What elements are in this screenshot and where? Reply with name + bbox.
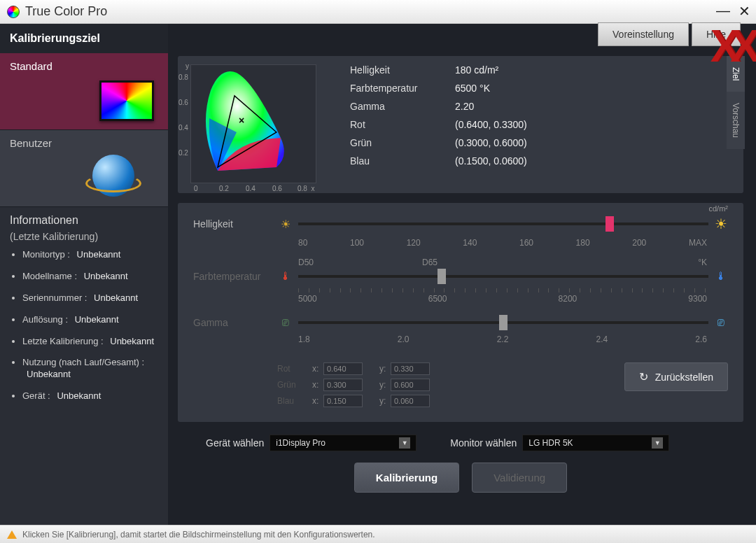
tick-label: 8200	[559, 294, 578, 304]
rgb-y-input[interactable]	[391, 362, 430, 375]
monitor-select[interactable]: LG HDR 5K ▼	[522, 435, 669, 451]
brightness-slider[interactable]	[298, 223, 708, 225]
info-subtitle: (Letzte Kalibrierung)	[10, 231, 158, 242]
rgb-row: Grünx:y:	[277, 379, 447, 391]
tick-label: 140	[463, 238, 477, 248]
target-values: Helligkeit180 cd/m²Farbtemperatur6500 °K…	[350, 64, 527, 183]
tick-label: 180	[576, 238, 590, 248]
sliders-bright-icon: ⎚	[714, 316, 728, 329]
colortemp-handle[interactable]	[438, 269, 446, 284]
target-value: 6500 °K	[455, 83, 490, 94]
sun-dim-icon: ☀	[279, 218, 293, 231]
tick-label: 5000	[298, 294, 317, 304]
minimize-icon[interactable]: —	[716, 3, 730, 20]
validate-button[interactable]: Validierung	[472, 463, 567, 493]
app-title: True Color Pro	[25, 4, 107, 19]
brightness-unit: cd/m²	[709, 204, 729, 213]
thermometer-cool-icon: 🌡	[714, 270, 728, 283]
info-item: Gerät : Unbekannt	[22, 390, 158, 402]
rgb-channel: Grün	[277, 380, 312, 390]
main-panel: XX Voreinstellung Hilfe	[168, 24, 756, 525]
tab-vorschau[interactable]: Vorschau	[727, 92, 745, 149]
reset-button[interactable]: ↻ Zurückstellen	[624, 362, 728, 391]
reset-icon: ↻	[639, 370, 648, 383]
info-value: Unbekannt	[94, 292, 138, 303]
info-value: Unbekannt	[110, 336, 154, 346]
app-icon	[7, 6, 20, 18]
sidebar-header: Kalibrierungsziel	[0, 24, 168, 53]
preset-button[interactable]: Voreinstellung	[598, 22, 689, 46]
sidebar-card-label: Standard	[10, 60, 52, 72]
target-row: Helligkeit180 cd/m²	[350, 64, 527, 76]
gamma-handle[interactable]	[499, 315, 507, 330]
info-value: Unbekannt	[75, 314, 119, 325]
monitor-select-label: Monitor wählen	[450, 437, 517, 449]
chevron-down-icon: ▼	[399, 437, 410, 449]
rgb-x-input[interactable]	[323, 362, 363, 375]
colortemp-slider[interactable]	[298, 275, 708, 278]
rgb-x-input[interactable]	[323, 395, 363, 407]
thermometer-warm-icon: 🌡	[279, 270, 293, 283]
sidebar-card-user[interactable]: Benutzer	[0, 130, 168, 207]
target-label: Helligkeit	[350, 64, 455, 76]
info-value: Unbekannt	[84, 271, 128, 281]
info-label: Seriennummer :	[22, 292, 87, 303]
info-title: Informationen	[10, 214, 158, 227]
target-row: Farbtemperatur6500 °K	[350, 83, 527, 94]
target-value: 2.20	[455, 101, 474, 112]
info-label: Nutzung (nach Lauf/Gesamt) :	[22, 357, 144, 367]
tick-label: 2.4	[596, 334, 608, 344]
device-select-value: i1Display Pro	[276, 438, 326, 448]
tick-label: 80	[298, 238, 307, 248]
tick-label: 9300	[688, 294, 707, 304]
rgb-y-input[interactable]	[391, 379, 430, 391]
sidebar-card-standard[interactable]: Standard	[0, 53, 168, 130]
rgb-y-input[interactable]	[391, 395, 430, 407]
info-value: Unbekannt	[77, 249, 121, 260]
info-value: Unbekannt	[57, 390, 101, 401]
svg-text:×: ×	[239, 115, 244, 126]
target-label: Rot	[350, 119, 455, 130]
target-panel: × y 0.8 0.6 0.4 0.2 0 0.2 0.4 0.6 0.8 x	[178, 56, 743, 193]
tick-label: 1.8	[298, 334, 310, 344]
tick-label: 160	[519, 238, 533, 248]
y-label: y:	[379, 364, 391, 374]
watermark: XX	[710, 24, 750, 69]
target-row: Blau(0.1500, 0.0600)	[350, 155, 527, 167]
target-row: Rot(0.6400, 0.3300)	[350, 119, 527, 130]
device-select[interactable]: i1Display Pro ▼	[270, 435, 416, 451]
chevron-down-icon: ▼	[652, 437, 663, 449]
target-value: (0.3000, 0.6000)	[455, 137, 527, 148]
info-label: Monitortyp :	[22, 249, 70, 260]
target-row: Gamma2.20	[350, 101, 527, 112]
tick-label: 6500	[428, 294, 447, 304]
spectrum-icon	[99, 80, 154, 121]
gamma-slider[interactable]	[298, 321, 708, 324]
info-item: Letzte Kalibrierung : Unbekannt	[22, 336, 158, 348]
target-value: (0.1500, 0.0600)	[455, 155, 527, 167]
tick-label: 2.2	[497, 334, 509, 344]
device-selectors: Gerät wählen i1Display Pro ▼ Monitor wäh…	[178, 435, 743, 451]
calibrate-button[interactable]: Kalibrierung	[354, 463, 459, 493]
info-item: Modellname : Unbekannt	[22, 271, 158, 283]
device-select-label: Gerät wählen	[206, 437, 264, 449]
close-icon[interactable]: ✕	[738, 3, 750, 20]
sidebar-card-label: Benutzer	[10, 137, 52, 149]
target-row: Grün(0.3000, 0.6000)	[350, 137, 527, 148]
sidebar: Kalibrierungsziel Standard Benutzer Info…	[0, 24, 168, 525]
info-label: Modellname :	[22, 271, 77, 281]
brightness-handle[interactable]	[606, 216, 614, 232]
x-label: x:	[312, 364, 323, 374]
y-label: y:	[379, 380, 391, 390]
x-label: x:	[312, 396, 323, 406]
target-label: Grün	[350, 137, 455, 148]
status-text: Klicken Sie [Kalibrierung], damit starte…	[22, 530, 375, 540]
colortemp-label: Farbtemperatur	[193, 271, 279, 282]
info-value: Unbekannt	[27, 369, 71, 379]
d65-label: D65	[422, 258, 438, 267]
status-bar: Klicken Sie [Kalibrierung], damit starte…	[0, 525, 756, 543]
rgb-x-input[interactable]	[323, 379, 363, 391]
rgb-channel: Rot	[277, 364, 312, 374]
info-item: Seriennummer : Unbekannt	[22, 292, 158, 304]
sun-bright-icon: ☀	[714, 216, 728, 232]
